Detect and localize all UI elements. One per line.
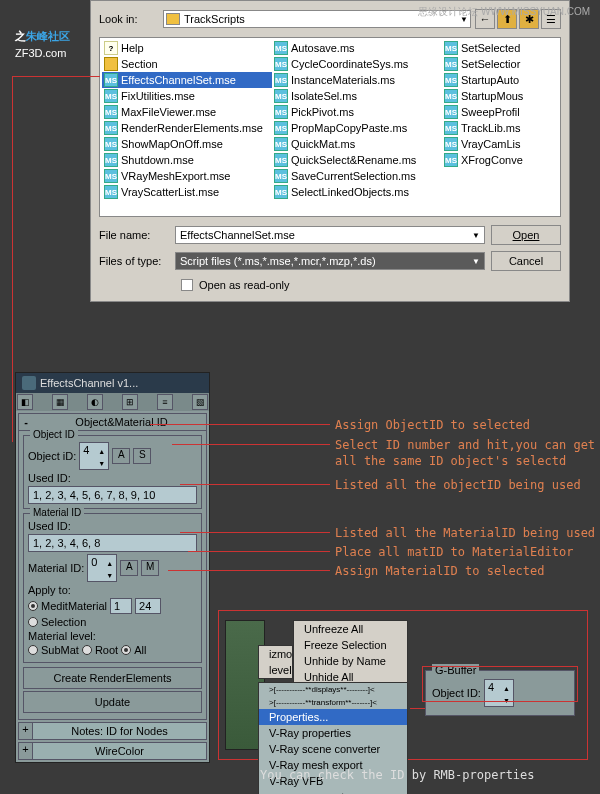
maxscript-icon: MS <box>104 73 118 87</box>
submat-radio[interactable] <box>28 645 38 655</box>
filetype-label: Files of type: <box>99 255 169 267</box>
file-item[interactable]: MSPickPivot.ms <box>272 104 442 120</box>
tab-icon[interactable]: ◐ <box>87 394 103 410</box>
maxscript-icon: MS <box>444 137 458 151</box>
tab-icon[interactable]: ▧ <box>192 394 208 410</box>
file-item[interactable]: MSQuickMat.ms <box>272 136 442 152</box>
file-item[interactable]: MSInstanceMaterials.ms <box>272 72 442 88</box>
file-item[interactable]: MSSweepProfil <box>442 104 561 120</box>
matid-to-editor-button[interactable]: M <box>141 560 159 576</box>
annotation: all the same ID object's selectd <box>335 454 566 468</box>
used-objectid-list[interactable]: 1, 2, 3, 4, 5, 6, 7, 8, 9, 10 <box>28 486 197 504</box>
tab-icon[interactable]: ≡ <box>157 394 173 410</box>
assign-objectid-button[interactable]: A <box>112 448 130 464</box>
annotation: Assign MaterialID to selected <box>335 564 545 578</box>
maxscript-icon: MS <box>274 185 288 199</box>
maxscript-icon: MS <box>104 169 118 183</box>
annotation: Place all matID to MaterialEditor <box>335 545 573 559</box>
maxscript-icon: MS <box>104 121 118 135</box>
maxscript-icon: MS <box>104 89 118 103</box>
file-item[interactable]: MSPropMapCopyPaste.ms <box>272 120 442 136</box>
file-item[interactable]: MSVrayScatterList.mse <box>102 184 272 200</box>
tab-icon[interactable]: ⊞ <box>122 394 138 410</box>
callout-line <box>172 444 330 445</box>
file-item[interactable]: MSShutdown.mse <box>102 152 272 168</box>
callout-line <box>188 551 330 552</box>
callout-box <box>422 666 578 702</box>
file-item[interactable]: MSStartupMous <box>442 88 561 104</box>
file-list[interactable]: ?HelpSectionMSEffectsChannelSet.mseMSFix… <box>99 37 561 217</box>
create-renderelements-button[interactable]: Create RenderElements <box>23 667 202 689</box>
maxscript-icon: MS <box>104 105 118 119</box>
properties-item: Properties... <box>259 709 407 725</box>
file-item[interactable]: MSShowMapOnOff.mse <box>102 136 272 152</box>
objectid-spinner[interactable]: 4▲▼ <box>79 442 109 470</box>
file-item[interactable]: MSQuickSelect&Rename.ms <box>272 152 442 168</box>
cancel-button[interactable]: Cancel <box>491 251 561 271</box>
maxscript-icon: MS <box>274 57 288 71</box>
file-item[interactable]: ?Help <box>102 40 272 56</box>
maxscript-icon: MS <box>104 137 118 151</box>
maxscript-icon: MS <box>274 41 288 55</box>
selection-radio[interactable] <box>28 617 38 627</box>
filename-input[interactable]: EffectsChannelSet.mse▼ <box>175 226 485 244</box>
file-item[interactable]: MSSetSelectior <box>442 56 561 72</box>
medit-radio[interactable] <box>28 601 38 611</box>
used-matid-list[interactable]: 1, 2, 3, 4, 6, 8 <box>28 534 197 552</box>
file-item[interactable]: MSFixUtilities.mse <box>102 88 272 104</box>
lookin-label: Look in: <box>99 13 159 25</box>
medit-to-spinner[interactable]: 24 <box>135 598 161 614</box>
file-item[interactable]: MSSetSelected <box>442 40 561 56</box>
file-item[interactable]: MSXFrogConve <box>442 152 561 168</box>
callout-line <box>12 76 13 442</box>
tab-icon[interactable]: ◧ <box>17 394 33 410</box>
filetype-combo[interactable]: Script files (*.ms,*.mse,*.mcr,*.mzp,*.d… <box>175 252 485 270</box>
file-item[interactable]: MSEffectsChannelSet.mse <box>102 72 272 88</box>
open-button[interactable]: Open <box>491 225 561 245</box>
applyto-label: Apply to: <box>28 584 71 596</box>
tab-icon[interactable]: ▦ <box>52 394 68 410</box>
annotation: Select ID number and hit,you can get <box>335 438 595 452</box>
file-item[interactable]: MSRenderRenderElements.mse <box>102 120 272 136</box>
maxscript-icon: MS <box>444 73 458 87</box>
file-item[interactable]: MSAutosave.ms <box>272 40 442 56</box>
effects-channel-panel: EffectsChannel v1... ◧ ▦ ◐ ⊞ ≡ ▧ -Object… <box>15 372 210 763</box>
file-item[interactable]: MSTrackLib.ms <box>442 120 561 136</box>
objectid-label: Object iD: <box>28 450 76 462</box>
file-item[interactable]: MSVRayMeshExport.mse <box>102 168 272 184</box>
readonly-checkbox[interactable] <box>181 279 193 291</box>
wirecolor-rollup[interactable]: +WireColor <box>18 742 207 760</box>
panel-titlebar[interactable]: EffectsChannel v1... <box>16 373 209 393</box>
select-by-id-button[interactable]: S <box>133 448 151 464</box>
assign-matid-button[interactable]: A <box>120 560 138 576</box>
sec-icon <box>104 57 118 71</box>
root-radio[interactable] <box>82 645 92 655</box>
file-item[interactable]: MSSaveCurrentSelection.ms <box>272 168 442 184</box>
notes-rollup[interactable]: +Notes: ID for Nodes <box>18 722 207 740</box>
callout-line <box>12 76 100 77</box>
medit-from-spinner[interactable]: 1 <box>110 598 132 614</box>
file-item[interactable]: MSIsolateSel.ms <box>272 88 442 104</box>
all-radio[interactable] <box>121 645 131 655</box>
file-item[interactable]: MSCycleCoordinateSys.ms <box>272 56 442 72</box>
maxscript-icon: MS <box>274 169 288 183</box>
file-item[interactable]: Section <box>102 56 272 72</box>
app-icon <box>22 376 36 390</box>
used-matid-label: Used ID: <box>28 520 71 532</box>
file-item[interactable]: MSMaxFileViewer.mse <box>102 104 272 120</box>
update-button[interactable]: Update <box>23 691 202 713</box>
maxscript-icon: MS <box>274 89 288 103</box>
site-logo: 之朱峰社区 ZF3D.com <box>15 15 70 59</box>
matlevel-label: Material level: <box>28 630 96 642</box>
maxscript-icon: MS <box>444 121 458 135</box>
maxscript-icon: MS <box>274 73 288 87</box>
filename-label: File name: <box>99 229 169 241</box>
objectid-group: Object ID Object iD: 4▲▼ A S Used ID: 1,… <box>23 435 202 509</box>
matid-spinner[interactable]: 0▲▼ <box>87 554 117 582</box>
file-item[interactable]: MSSelectLinkedObjects.ms <box>272 184 442 200</box>
file-item[interactable]: MSStartupAuto <box>442 72 561 88</box>
file-item[interactable]: MSVrayCamLis <box>442 136 561 152</box>
folder-icon <box>166 13 180 25</box>
maxscript-icon: MS <box>444 153 458 167</box>
maxscript-icon: MS <box>104 153 118 167</box>
